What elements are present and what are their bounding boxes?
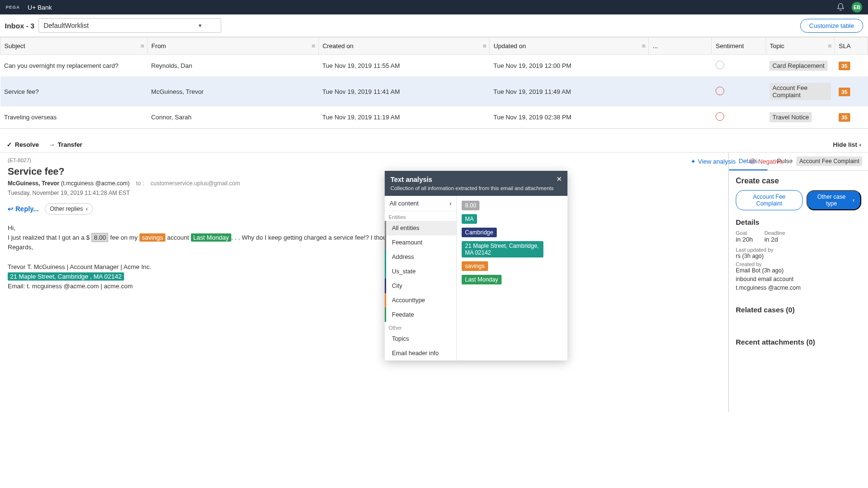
transfer-button[interactable]: → Transfer — [49, 141, 82, 148]
cell-created: Tue Nov 19, 2019 11:19 AM — [318, 106, 490, 128]
detail-pane: (ET-8027) Service fee? McGuiness, Trevor… — [0, 153, 868, 412]
cell-topic: Card Replacement — [766, 55, 835, 77]
filter-icon[interactable]: ≡ — [642, 42, 646, 50]
entity-accounttype: savings — [139, 233, 165, 242]
face-icon — [716, 61, 724, 69]
signature-line2: Email: t. mcguiness @acme.com | acme.com — [8, 282, 720, 291]
text-analysis-popover: Text analysis Collection of all informat… — [385, 171, 567, 360]
filter-icon[interactable]: ≡ — [140, 42, 144, 50]
account-fee-complaint-button[interactable]: Account Fee Complaint — [736, 190, 803, 210]
chevron-left-icon: ‹ — [450, 200, 452, 207]
ta-item-all-entities[interactable]: All entities — [385, 221, 456, 235]
other-replies-button[interactable]: Other replies ‹ — [45, 203, 93, 215]
sentiment-label: Negative — [758, 158, 782, 165]
cell-created: Tue Nov 19, 2019 11:41 AM — [318, 77, 490, 106]
ta-item-city[interactable]: City — [385, 279, 456, 293]
resolve-button[interactable]: ✓ Resolve — [7, 141, 39, 148]
col-created[interactable]: Created on≡ — [318, 38, 490, 55]
table-body: Can you overnight my replacement card?Re… — [0, 55, 868, 128]
col-topic-label: Topic — [770, 42, 784, 50]
inbox-title: Inbox - 3 — [5, 22, 35, 30]
email-value: t.mcguiness @acme.com — [736, 284, 861, 291]
account-line: inbound email account — [736, 276, 861, 283]
goal-deadline-row: Goal in 20h Deadline in 2d — [736, 230, 861, 243]
cell-subject: Can you overnight my replacement card? — [0, 55, 148, 77]
from-line: McGuiness, Trevor (t.mcguiness @acme.com… — [8, 180, 720, 187]
action-bar: ✓ Resolve → Transfer Hide list ‹ — [0, 137, 868, 153]
avatar[interactable]: EB — [852, 2, 862, 13]
entity-feeamount: 8.00 — [91, 233, 108, 242]
created-by-value: Email Bot (3h ago) — [736, 267, 783, 274]
chip-feedate: Last Monday — [462, 275, 502, 284]
table-row[interactable]: Can you overnight my replacement card?Re… — [0, 55, 868, 77]
hide-list-button[interactable]: Hide list ‹ — [833, 141, 861, 148]
ta-item-feeamount[interactable]: Feeamount — [385, 235, 456, 250]
recent-attachments-title: Recent attachments (0) — [736, 338, 861, 346]
chip-state: MA — [462, 214, 477, 224]
ta-item-us-state[interactable]: Us_state — [385, 264, 456, 279]
email-timestamp: Tuesday, November 19, 2019 11:41:28 AM E… — [8, 190, 720, 196]
cell-created: Tue Nov 19, 2019 11:55 AM — [318, 55, 490, 77]
updated-by: Last updated by rs (3h ago) — [736, 247, 861, 259]
view-analysis-label: View analysis — [698, 158, 736, 165]
customize-table-button[interactable]: Customize table — [800, 19, 863, 33]
pega-logo: PEGA — [6, 5, 20, 10]
cell-sla: 35 — [835, 106, 868, 128]
table-header-row: Subject≡ From≡ Created on≡ Updated on≡ .… — [0, 38, 868, 55]
bell-icon[interactable] — [836, 3, 845, 12]
topic-tag: Travel Notice — [769, 112, 812, 122]
ta-group-other: Other — [385, 322, 456, 332]
sparkle-icon: ✦ — [691, 158, 696, 165]
cell-subject: Traveling overseas — [0, 106, 148, 128]
col-topic[interactable]: Topic≡ — [766, 38, 835, 55]
filter-icon[interactable]: ≡ — [483, 42, 487, 50]
body-greeting: Hi, — [8, 223, 720, 233]
chevron-down-icon: ▾ — [199, 22, 201, 29]
close-icon[interactable]: ✕ — [555, 175, 564, 183]
cell-sentiment — [712, 55, 766, 77]
ta-item-accounttype[interactable]: Accounttype — [385, 293, 456, 308]
col-subject[interactable]: Subject≡ — [0, 38, 148, 55]
inbox-table: Subject≡ From≡ Created on≡ Updated on≡ .… — [0, 37, 868, 128]
filter-icon[interactable]: ≡ — [312, 42, 315, 50]
ta-group-entities: Entities — [385, 211, 456, 221]
chevron-left-icon: ‹ — [859, 141, 861, 148]
cell-more — [649, 106, 712, 128]
view-analysis-link[interactable]: ✦ View analysis — [691, 158, 736, 165]
updated-by-label: Last updated by — [736, 247, 861, 253]
reply-button[interactable]: ↩ Reply... — [8, 205, 39, 213]
entity-address: 21 Maple Street, Cambridge , MA 02142 — [8, 272, 124, 281]
ta-all-content[interactable]: All content ‹ — [385, 196, 456, 211]
worklist-dropdown[interactable]: DefaultWorklist ▾ — [38, 18, 221, 33]
create-case-title: Create case — [736, 177, 861, 185]
entity-feedate: Last Monday — [191, 233, 231, 242]
ta-title: Text analysis — [390, 176, 562, 183]
ta-item-topics[interactable]: Topics — [385, 332, 456, 346]
table-row[interactable]: Service fee?McGuiness, TrevorTue Nov 19,… — [0, 77, 868, 106]
filter-icon[interactable]: ≡ — [828, 42, 832, 50]
cell-updated: Tue Nov 19, 2019 11:49 AM — [490, 77, 649, 106]
side-panel: Details Pulse Create case Create case Ac… — [729, 153, 868, 412]
cell-updated: Tue Nov 19, 2019 02:38 PM — [490, 106, 649, 128]
cell-more — [649, 77, 712, 106]
ta-item-feedate[interactable]: Feedate — [385, 308, 456, 322]
col-sentiment[interactable]: Sentiment — [712, 38, 766, 55]
chip-city: Cambridge — [462, 228, 497, 237]
from-name: McGuiness, Trevor — [8, 180, 59, 187]
other-case-type-button[interactable]: Other case type ‹ — [806, 190, 861, 210]
cell-from: McGuiness, Trevor — [147, 77, 318, 106]
ta-item-address[interactable]: Address — [385, 250, 456, 264]
case-id: (ET-8027) — [8, 157, 720, 163]
table-row[interactable]: Traveling overseasConnor, SarahTue Nov 1… — [0, 106, 868, 128]
inbox-header-left: Inbox - 3 DefaultWorklist ▾ — [5, 18, 221, 33]
ta-item-email-header[interactable]: Email header info — [385, 346, 456, 360]
col-more[interactable]: ... — [649, 38, 712, 55]
col-from[interactable]: From≡ — [147, 38, 318, 55]
col-subject-label: Subject — [4, 42, 25, 50]
to-label: to : — [136, 180, 144, 187]
col-updated[interactable]: Updated on≡ — [490, 38, 649, 55]
col-sla[interactable]: SLA — [835, 38, 868, 55]
sla-badge: 35 — [839, 113, 850, 122]
split-handle[interactable] — [0, 128, 868, 137]
case-type-buttons: Account Fee Complaint Other case type ‹ — [736, 190, 861, 210]
